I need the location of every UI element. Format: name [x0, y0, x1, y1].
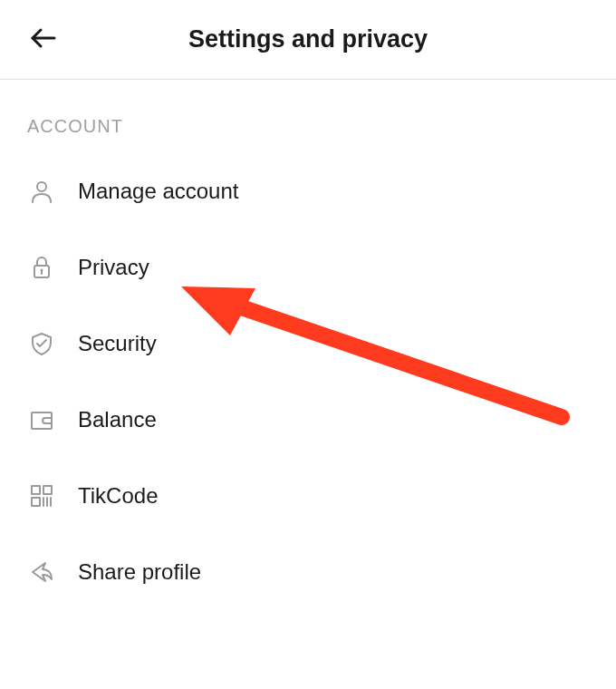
header: Settings and privacy	[0, 0, 616, 80]
menu-label: Balance	[78, 407, 157, 432]
person-icon	[27, 177, 56, 206]
page-title: Settings and privacy	[0, 25, 616, 53]
shield-icon	[27, 329, 56, 358]
menu-item-share-profile[interactable]: Share profile	[0, 534, 616, 610]
menu-label: TikCode	[78, 483, 158, 509]
back-button[interactable]	[22, 18, 65, 62]
svg-rect-7	[43, 486, 52, 494]
menu-item-balance[interactable]: Balance	[0, 382, 616, 458]
menu-label: Manage account	[78, 179, 238, 204]
tikcode-icon	[27, 481, 56, 510]
svg-point-1	[37, 182, 46, 191]
menu-item-privacy[interactable]: Privacy	[0, 229, 616, 306]
menu-label: Share profile	[78, 559, 201, 585]
section-header-account: ACCOUNT	[0, 80, 616, 153]
menu-item-manage-account[interactable]: Manage account	[0, 153, 616, 229]
menu-list: Manage account Privacy Security	[0, 153, 616, 610]
back-arrow-icon	[27, 22, 60, 58]
svg-rect-6	[32, 486, 40, 494]
svg-rect-8	[32, 498, 40, 506]
share-icon	[27, 558, 56, 587]
menu-label: Privacy	[78, 255, 149, 280]
wallet-icon	[27, 405, 56, 434]
lock-icon	[27, 253, 56, 282]
menu-item-tikcode[interactable]: TikCode	[0, 458, 616, 534]
menu-item-security[interactable]: Security	[0, 306, 616, 382]
menu-label: Security	[78, 331, 157, 356]
